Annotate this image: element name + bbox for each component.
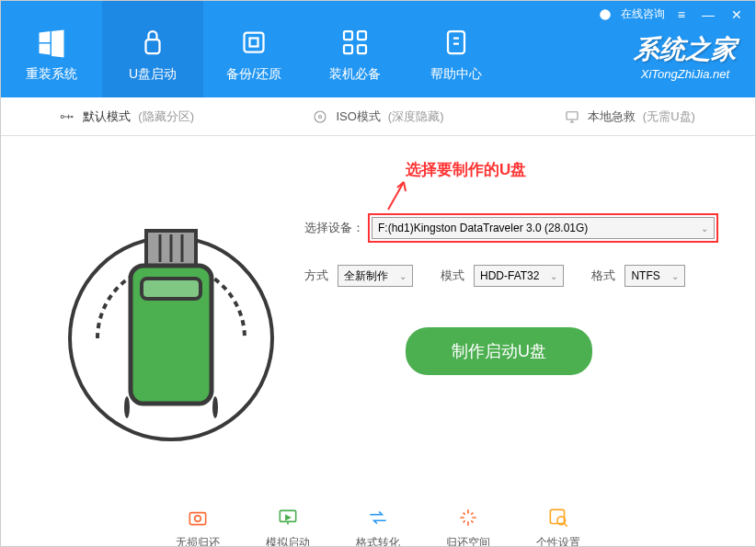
method-value: 全新制作 [344, 268, 388, 284]
chevron-down-icon: ⌄ [550, 271, 557, 281]
subtab-suffix: (无需U盘) [643, 108, 695, 125]
nav-label: 备份/还原 [226, 66, 281, 83]
action-format-convert[interactable]: 格式转化 [356, 506, 400, 547]
annotation-text: 选择要制作的U盘 [406, 159, 526, 180]
device-select[interactable]: F:(hd1)Kingston DataTraveler 3.0 (28.01G… [372, 217, 715, 239]
sparkle-icon [456, 506, 480, 530]
nav-label: 帮助中心 [430, 66, 482, 83]
device-select-highlight: F:(hd1)Kingston DataTraveler 3.0 (28.01G… [368, 213, 718, 243]
svg-point-21 [212, 396, 218, 418]
nav-usb-boot[interactable]: U盘启动 [102, 1, 203, 97]
online-consult[interactable]: 在线咨询 [621, 6, 665, 22]
usb-icon [59, 108, 75, 125]
help-icon [440, 26, 473, 59]
nav-label: U盘启动 [129, 66, 177, 83]
nav-help[interactable]: 帮助中心 [406, 1, 507, 97]
disc-icon [312, 108, 328, 125]
svg-rect-4 [344, 31, 352, 40]
subtab-default[interactable]: 默认模式 (隐藏分区) [1, 97, 252, 135]
subtab-iso[interactable]: ISO模式 (深度隐藏) [252, 97, 503, 135]
nav-backup[interactable]: 备份/还原 [203, 1, 304, 97]
mode-label: 模式 [441, 268, 464, 284]
svg-rect-8 [448, 31, 464, 53]
action-label: 归还空间 [446, 535, 490, 547]
format-select[interactable]: NTFS ⌄ [624, 265, 684, 287]
svg-rect-5 [358, 31, 366, 40]
settings-search-icon [546, 506, 570, 530]
logo: 系统之家 XiTongZhiJia.net [634, 18, 737, 81]
svg-rect-23 [189, 513, 205, 525]
arrow-icon [384, 175, 411, 211]
create-usb-button[interactable]: 制作启动U盘 [406, 327, 592, 375]
mode-select[interactable]: HDD-FAT32 ⌄ [474, 265, 564, 287]
method-select[interactable]: 全新制作 ⌄ [338, 265, 413, 287]
subtab-label: 本地急救 [588, 108, 636, 125]
nav-reinstall[interactable]: 重装系统 [1, 1, 102, 97]
logo-text: 系统之家 [634, 32, 737, 67]
menu-icon[interactable]: ≡ [674, 7, 689, 22]
subtab-local[interactable]: 本地急救 (无需U盘) [504, 97, 755, 135]
format-label: 格式 [591, 268, 615, 284]
camera-icon [186, 506, 210, 530]
action-label: 无损归还 [176, 535, 220, 547]
svg-point-24 [195, 516, 201, 522]
nav-label: 重装系统 [26, 66, 77, 83]
nav-label: 装机必备 [329, 66, 381, 83]
subtab-suffix: (深度隐藏) [388, 108, 444, 125]
subtab-label: 默认模式 [83, 108, 131, 125]
svg-rect-2 [245, 32, 264, 51]
svg-point-10 [72, 116, 74, 118]
svg-rect-7 [358, 45, 366, 53]
svg-rect-3 [250, 38, 258, 46]
penguin-icon [599, 8, 612, 21]
subtab-label: ISO模式 [336, 108, 380, 125]
method-label: 方式 [304, 268, 328, 284]
action-return-space[interactable]: 归还空间 [446, 506, 490, 547]
action-simulate-boot[interactable]: 模拟启动 [266, 506, 310, 547]
action-lossless-return[interactable]: 无损归还 [176, 506, 220, 547]
backup-icon [237, 26, 270, 59]
chevron-down-icon: ⌄ [701, 223, 708, 234]
mode-value: HDD-FAT32 [480, 269, 539, 282]
action-label: 个性设置 [536, 535, 580, 547]
monitor-icon [564, 108, 580, 125]
usb-lock-icon [136, 26, 169, 59]
svg-point-22 [124, 396, 130, 418]
apps-icon [338, 26, 372, 59]
action-personalize[interactable]: 个性设置 [536, 506, 580, 547]
usb-illustration [52, 205, 291, 444]
svg-point-9 [62, 115, 64, 118]
logo-subtitle: XiTongZhiJia.net [634, 67, 737, 81]
action-label: 格式转化 [356, 535, 400, 547]
convert-icon [366, 506, 390, 530]
chevron-down-icon: ⌄ [671, 271, 679, 281]
svg-point-12 [319, 115, 322, 118]
format-value: NTFS [631, 269, 659, 282]
svg-rect-6 [344, 45, 352, 53]
svg-rect-20 [142, 279, 200, 299]
chevron-down-icon: ⌄ [399, 271, 407, 281]
close-button[interactable]: ✕ [727, 7, 746, 22]
svg-point-0 [600, 9, 611, 20]
windows-icon [35, 26, 68, 59]
subtab-suffix: (隐藏分区) [138, 108, 194, 125]
svg-rect-1 [146, 40, 160, 53]
svg-point-11 [315, 111, 326, 122]
device-label: 选择设备： [304, 220, 364, 236]
action-label: 模拟启动 [266, 535, 310, 547]
nav-essentials[interactable]: 装机必备 [304, 1, 406, 97]
minimize-button[interactable]: — [698, 7, 718, 22]
device-value: F:(hd1)Kingston DataTraveler 3.0 (28.01G… [378, 222, 588, 234]
svg-rect-13 [567, 111, 578, 119]
monitor-play-icon [276, 506, 300, 530]
